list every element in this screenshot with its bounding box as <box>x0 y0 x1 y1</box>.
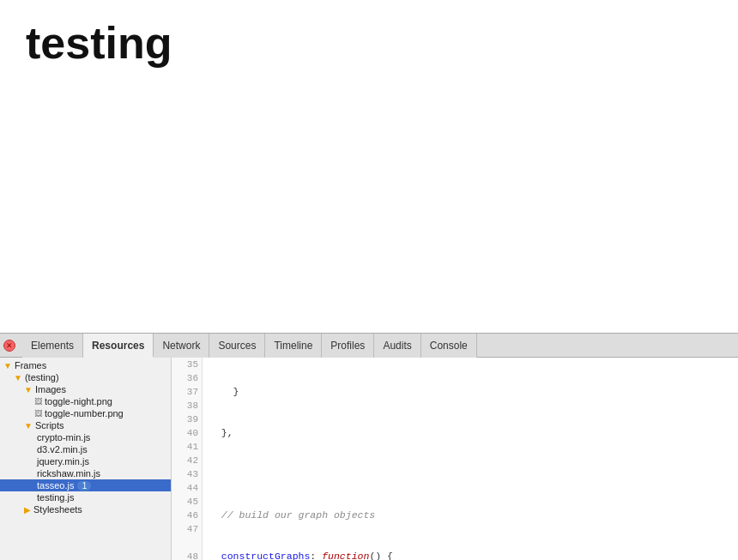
folder-open-icon: ▼ <box>3 361 12 370</box>
sidebar-item-images[interactable]: ▼ Images <box>0 383 171 395</box>
line-num: 44 <box>175 481 198 495</box>
sidebar-item-label: Images <box>35 384 66 394</box>
sidebar-item-tasseo-js[interactable]: tasseo.js 1 <box>0 479 171 491</box>
sidebar-item-label: Frames <box>15 360 46 370</box>
file-tree-sidebar: ▼ Frames ▼ (testing) ▼ Images 🖼 toggle-n… <box>0 358 172 560</box>
tab-resources[interactable]: Resources <box>83 334 154 358</box>
sidebar-item-label: Stylesheets <box>33 504 82 515</box>
tab-profiles[interactable]: Profiles <box>322 334 374 358</box>
line-num: 43 <box>175 467 198 481</box>
tab-elements[interactable]: Elements <box>22 334 83 358</box>
sidebar-item-toggle-number[interactable]: 🖼 toggle-number.png <box>0 407 171 419</box>
devtools-close-button[interactable]: ✕ <box>3 340 15 352</box>
folder-closed-icon: ▶ <box>24 505 31 515</box>
line-num: 45 <box>175 495 198 509</box>
sidebar-item-testing-js[interactable]: testing.js <box>0 491 171 503</box>
sidebar-item-frames[interactable]: ▼ Frames <box>0 359 171 371</box>
sidebar-item-d3-v2[interactable]: d3.v2.min.js <box>0 443 171 455</box>
sidebar-item-label: tasseo.js <box>37 480 74 491</box>
code-lines: } }, // build our graph objects construc… <box>203 358 738 560</box>
folder-open-icon: ▼ <box>14 373 22 382</box>
line-num: 41 <box>175 440 198 454</box>
sidebar-item-jquery-min[interactable]: jquery.min.js <box>0 455 171 467</box>
line-num: 38 <box>175 399 198 412</box>
line-num: 46 <box>175 509 198 522</box>
code-line-37 <box>209 467 731 481</box>
sidebar-item-toggle-night[interactable]: 🖼 toggle-night.png <box>0 395 171 407</box>
sidebar-item-label: rickshaw.min.js <box>37 468 100 479</box>
line-num: 42 <box>175 454 198 467</box>
line-num: 48 <box>175 550 198 560</box>
error-badge: 1 <box>77 481 91 491</box>
devtools-body: ▼ Frames ▼ (testing) ▼ Images 🖼 toggle-n… <box>0 358 738 560</box>
tab-timeline[interactable]: Timeline <box>265 334 322 358</box>
main-page: testing <box>0 0 738 333</box>
line-num: 39 <box>175 412 198 426</box>
tab-sources[interactable]: Sources <box>209 334 265 358</box>
tab-console[interactable]: Console <box>421 334 477 358</box>
code-content: 35 36 37 38 39 40 41 42 43 44 45 46 47 4… <box>172 358 738 560</box>
sidebar-item-label: toggle-number.png <box>45 408 124 418</box>
sidebar-item-testing-folder[interactable]: ▼ (testing) <box>0 371 171 383</box>
sidebar-item-scripts[interactable]: ▼ Scripts <box>0 419 171 431</box>
line-numbers: 35 36 37 38 39 40 41 42 43 44 45 46 47 4… <box>172 358 203 560</box>
tab-network[interactable]: Network <box>154 334 209 358</box>
line-num: 35 <box>175 358 198 371</box>
code-panel: 35 36 37 38 39 40 41 42 43 44 45 46 47 4… <box>172 358 738 560</box>
code-line-35: } <box>209 385 731 399</box>
folder-open-icon: ▼ <box>24 385 33 394</box>
sidebar-item-label: testing.js <box>37 492 74 503</box>
sidebar-item-label: (testing) <box>25 372 59 382</box>
line-num: 37 <box>175 385 198 399</box>
tab-audits[interactable]: Audits <box>374 334 420 358</box>
line-num: 47 <box>175 522 198 536</box>
sidebar-item-label: crypto-min.js <box>37 432 90 443</box>
image-icon: 🖼 <box>34 397 42 406</box>
page-title: testing <box>26 17 172 69</box>
sidebar-item-crypto-min[interactable]: crypto-min.js <box>0 431 171 443</box>
code-line-36: }, <box>209 426 731 440</box>
code-line-39: constructGraphs: function() { <box>209 550 731 560</box>
folder-open-icon: ▼ <box>24 421 33 431</box>
line-num: 36 <box>175 371 198 385</box>
line-num <box>175 536 198 550</box>
sidebar-item-label: Scripts <box>35 420 64 431</box>
sidebar-item-label: d3.v2.min.js <box>37 444 88 455</box>
devtools-panel: ✕ Elements Resources Network Sources Tim… <box>0 333 738 560</box>
devtools-tab-bar: ✕ Elements Resources Network Sources Tim… <box>0 334 738 358</box>
line-num: 40 <box>175 426 198 440</box>
code-line-38: // build our graph objects <box>209 509 731 522</box>
sidebar-item-label: toggle-night.png <box>45 396 112 406</box>
sidebar-item-stylesheets[interactable]: ▶ Stylesheets <box>0 503 171 515</box>
image-icon: 🖼 <box>34 409 42 418</box>
sidebar-item-rickshaw-min[interactable]: rickshaw.min.js <box>0 467 171 479</box>
sidebar-item-label: jquery.min.js <box>37 456 89 467</box>
